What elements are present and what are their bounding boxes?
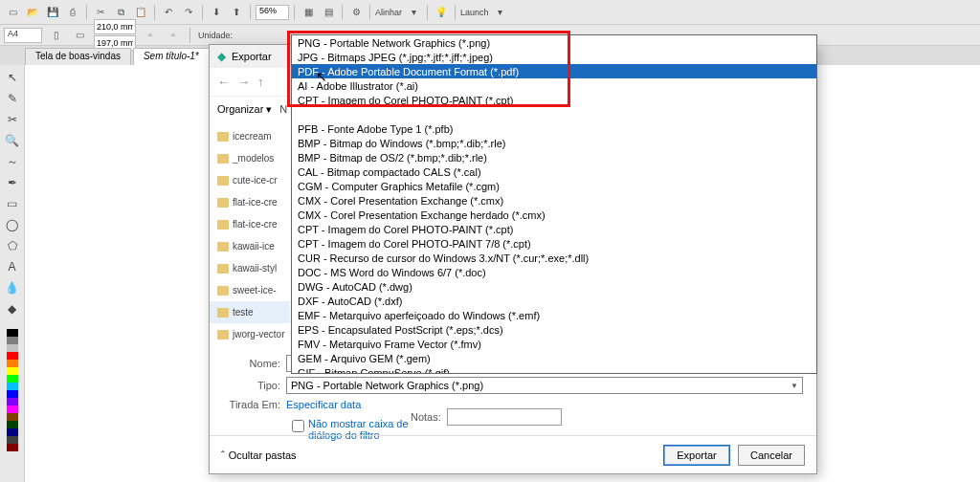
nav-back-icon[interactable]: ← (217, 75, 230, 89)
orientation-portrait-icon[interactable]: ▯ (48, 27, 65, 44)
options-icon[interactable]: ⚙ (347, 4, 365, 21)
export-button[interactable]: Exportar (663, 445, 730, 466)
redo-icon[interactable]: ↷ (180, 4, 197, 21)
color-swatch[interactable] (7, 436, 18, 444)
color-swatch[interactable] (7, 405, 18, 413)
cancel-button[interactable]: Cancelar (738, 445, 805, 466)
filetype-option[interactable]: CPT - Imagem do Corel PHOTO-PAINT (*.cpt… (292, 93, 816, 107)
filetype-option[interactable]: AI - Adobe Illustrator (*.ai) (292, 78, 816, 93)
text-tool-icon[interactable]: A (4, 258, 21, 275)
align-label[interactable]: Alinhar (375, 8, 402, 17)
shape-tool-icon[interactable]: ✎ (4, 90, 21, 107)
cut-icon[interactable]: ✂ (92, 4, 109, 21)
color-swatch[interactable] (7, 421, 18, 428)
pen-tool-icon[interactable]: ✒ (4, 174, 21, 191)
print-icon[interactable]: ⎙ (64, 4, 81, 21)
filetype-option[interactable]: CMX - Corel Presentation Exchange (*.cmx… (292, 193, 816, 208)
copy-icon[interactable]: ⧉ (112, 4, 129, 21)
folder-item[interactable]: flat-ice-cre (210, 191, 290, 213)
filetype-option[interactable]: BMP - Bitmap do Windows (*.bmp;*.dib;*.r… (292, 136, 816, 150)
launch-label[interactable]: Launch (460, 8, 489, 17)
tab-welcome[interactable]: Tela de boas-vindas (25, 48, 131, 65)
filetype-option[interactable]: JPG - Bitmaps JPEG (*.jpg;*.jtf;*.jff;*.… (292, 50, 816, 64)
folder-item[interactable]: kawaii-styl (210, 257, 290, 279)
specify-date-link[interactable]: Especificar data (286, 399, 361, 410)
ellipse-tool-icon[interactable]: ◯ (4, 216, 21, 233)
rectangle-tool-icon[interactable]: ▭ (4, 195, 21, 212)
paste-icon[interactable]: 📋 (132, 4, 149, 21)
orientation-landscape-icon[interactable]: ▭ (71, 27, 88, 44)
filetype-option[interactable]: CPT - Imagem do Corel PHOTO-PAINT (*.cpt… (292, 222, 816, 236)
save-icon[interactable]: 💾 (44, 4, 61, 21)
fill-tool-icon[interactable]: ◆ (4, 300, 21, 318)
filetype-combo[interactable]: PNG - Portable Network Graphics (*.png) … (286, 377, 803, 394)
filetype-option[interactable]: BMP - Bitmap de OS/2 (*.bmp;*.dib;*.rle) (292, 150, 816, 164)
filter-dialog-checkbox[interactable] (292, 420, 304, 432)
hide-folders-toggle[interactable]: ˆ Ocultar pastas (221, 449, 297, 461)
organize-button[interactable]: Organizar ▾ (217, 103, 272, 116)
pick-tool-icon[interactable]: ↖ (4, 69, 21, 86)
filetype-option[interactable] (292, 107, 816, 121)
zoom-combo[interactable]: 56% (256, 5, 289, 20)
filetype-option[interactable]: CMX - Corel Presentation Exchange herdad… (292, 208, 816, 222)
folder-item[interactable]: kawaii-ice (210, 235, 290, 257)
filetype-option[interactable]: CPT - Imagem do Corel PHOTO-PAINT 7/8 (*… (292, 236, 816, 251)
color-swatch[interactable] (7, 337, 18, 344)
filetype-option[interactable]: EPS - Encapsulated PostScript (*.eps;*.d… (292, 322, 816, 337)
filetype-option[interactable]: PFB - Fonte Adobe Type 1 (*.pfb) (292, 121, 816, 136)
crop-tool-icon[interactable]: ✂ (4, 111, 21, 128)
filetype-option[interactable]: CAL - Bitmap compactado CALS (*.cal) (292, 164, 816, 179)
folder-item[interactable]: teste (210, 301, 290, 323)
lightbulb-icon[interactable]: 💡 (433, 4, 450, 21)
new-icon[interactable]: ▭ (4, 4, 21, 21)
color-swatch[interactable] (7, 329, 18, 337)
export-icon[interactable]: ⬆ (228, 4, 245, 21)
notes-field[interactable] (447, 408, 562, 426)
folder-item[interactable]: flat-ice-cre (210, 213, 290, 235)
folder-item[interactable]: _modelos (210, 147, 290, 169)
snap-icon[interactable]: ▦ (300, 4, 317, 21)
folder-item[interactable]: icecream (210, 125, 290, 147)
page-width-field[interactable] (94, 19, 136, 34)
chevron-down-icon[interactable]: ▾ (492, 4, 509, 21)
drop-tool-icon[interactable]: 💧 (4, 279, 21, 296)
filetype-option[interactable]: GIF - Bitmap CompuServe (*.gif) (292, 365, 816, 374)
paper-combo[interactable]: A4 (4, 28, 42, 43)
color-swatch[interactable] (7, 444, 18, 451)
new-folder-button[interactable]: N (279, 103, 287, 115)
folder-item[interactable]: sweet-ice- (210, 279, 290, 301)
folder-item[interactable]: cute-ice-cr (210, 169, 290, 191)
tab-document[interactable]: Sem título-1* (133, 48, 210, 65)
grid-icon[interactable]: ▤ (320, 4, 337, 21)
filetype-option[interactable]: CGM - Computer Graphics Metafile (*.cgm) (292, 179, 816, 193)
filetype-option[interactable]: DOC - MS Word do Windows 6/7 (*.doc) (292, 265, 816, 279)
freehand-tool-icon[interactable]: ～ (4, 153, 21, 170)
color-swatch[interactable] (7, 344, 18, 352)
color-swatch[interactable] (7, 428, 18, 436)
filetype-option[interactable]: DWG - AutoCAD (*.dwg) (292, 279, 816, 294)
polygon-tool-icon[interactable]: ⬠ (4, 237, 21, 254)
import-icon[interactable]: ⬇ (208, 4, 225, 21)
color-swatch[interactable] (7, 360, 18, 367)
filetype-option[interactable]: PDF - Adobe Portable Document Format (*.… (292, 64, 816, 78)
color-swatch[interactable] (7, 390, 18, 398)
filetype-option[interactable]: FMV - Metarquivo Frame Vector (*.fmv) (292, 337, 816, 351)
page-icon[interactable]: ▫ (165, 27, 182, 44)
filetype-option[interactable]: GEM - Arquivo GEM (*.gem) (292, 351, 816, 365)
color-swatch[interactable] (7, 398, 18, 405)
page-icon[interactable]: ▫ (142, 27, 159, 44)
filetype-dropdown[interactable]: PNG - Portable Network Graphics (*.png)J… (291, 34, 817, 374)
color-swatch[interactable] (7, 383, 18, 390)
filetype-option[interactable]: DXF - AutoCAD (*.dxf) (292, 294, 816, 308)
filetype-option[interactable]: CUR - Recurso de cursor do Windows 3.x/N… (292, 251, 816, 265)
filetype-option[interactable]: EMF - Metarquivo aperfeiçoado do Windows… (292, 308, 816, 322)
open-icon[interactable]: 📂 (24, 4, 41, 21)
undo-icon[interactable]: ↶ (160, 4, 177, 21)
folder-item[interactable]: jworg-vector (210, 323, 290, 345)
color-swatch[interactable] (7, 375, 18, 383)
chevron-down-icon[interactable]: ▾ (405, 4, 422, 21)
color-swatch[interactable] (7, 367, 18, 375)
nav-up-icon[interactable]: ↑ (257, 75, 264, 89)
zoom-tool-icon[interactable]: 🔍 (4, 132, 21, 149)
nav-forward-icon[interactable]: → (237, 75, 250, 89)
